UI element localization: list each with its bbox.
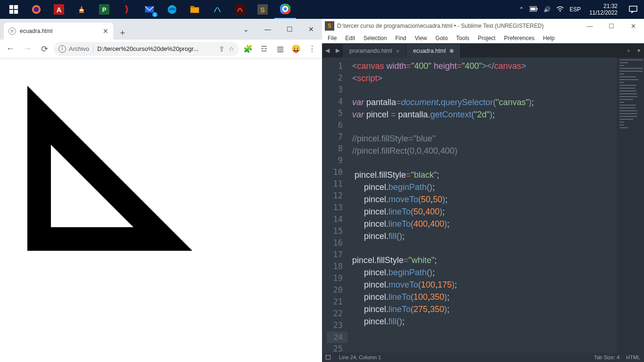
- svg-rect-1: [14, 5, 18, 9]
- menu-project[interactable]: Project: [474, 34, 499, 42]
- taskbar-app-mail[interactable]: 1: [139, 0, 160, 19]
- nav-back-button[interactable]: ←: [3, 41, 18, 57]
- chrome-window: ecuadra.html ✕ + ⌄ — ☐ ✕ ← → ⟳ i: [0, 19, 322, 362]
- sublime-maximize-button[interactable]: ☐: [601, 19, 622, 33]
- taskbar-app-firefox[interactable]: [25, 0, 47, 19]
- chrome-close-button[interactable]: ✕: [300, 19, 322, 40]
- sublime-menubar: FileEditSelectionFindViewGotoToolsProjec…: [322, 33, 644, 43]
- status-tabsize[interactable]: Tab Size: 4: [594, 354, 619, 360]
- chrome-hidden-tabs-icon[interactable]: ⌄: [235, 19, 257, 40]
- start-button[interactable]: [3, 0, 25, 19]
- tray-volume-icon[interactable]: 🔊: [544, 6, 551, 13]
- taskbar-app-generic1[interactable]: [116, 0, 138, 19]
- menu-edit[interactable]: Edit: [341, 34, 359, 42]
- svg-point-28: [559, 10, 561, 11]
- tab-dropdown-icon[interactable]: ▾: [634, 43, 644, 58]
- site-info-icon[interactable]: i: [58, 45, 66, 53]
- svg-rect-26: [537, 8, 537, 10]
- sublime-title: D:\tercer curso de programacion\ecuadra.…: [337, 23, 579, 29]
- chrome-minimize-button[interactable]: —: [257, 19, 279, 40]
- svg-rect-2: [9, 10, 13, 14]
- globe-icon: [8, 27, 16, 35]
- menu-goto[interactable]: Goto: [432, 34, 452, 42]
- taskbar-clock[interactable]: 21:32 11/12/2022: [585, 3, 622, 16]
- new-tab-button[interactable]: +: [116, 26, 129, 40]
- chrome-tab[interactable]: ecuadra.html ✕: [4, 23, 113, 40]
- menu-help[interactable]: Help: [539, 34, 559, 42]
- new-tab-icon[interactable]: ＋: [623, 43, 634, 58]
- svg-text:S: S: [260, 6, 265, 14]
- status-panel-icon[interactable]: [326, 355, 330, 360]
- unsaved-dot-icon: [450, 49, 454, 53]
- menu-selection[interactable]: Selection: [360, 34, 390, 42]
- reading-list-icon[interactable]: ☲: [257, 42, 271, 56]
- sublime-app-icon: S: [325, 21, 334, 31]
- nav-forward-button[interactable]: →: [20, 41, 35, 57]
- tray-battery-icon[interactable]: [529, 6, 538, 13]
- tray-chevron-icon[interactable]: ⌃: [519, 6, 524, 13]
- svg-rect-3: [14, 10, 18, 14]
- editor-tab-inactive[interactable]: proramando.html ×: [343, 44, 406, 58]
- sublime-statusbar: Line 24, Column 1 Tab Size: 4 HTML: [322, 353, 644, 362]
- editor-tab-label: ecuadra.html: [413, 48, 446, 54]
- svg-rect-16: [235, 4, 245, 15]
- svg-rect-15: [190, 6, 194, 8]
- sublime-window: S D:\tercer curso de programacion\ecuadr…: [322, 19, 644, 362]
- svg-rect-27: [530, 8, 536, 10]
- sublime-close-button[interactable]: ✕: [622, 19, 644, 33]
- taskbar-app-explorer[interactable]: [184, 0, 206, 19]
- tab-history-back-icon[interactable]: ◀: [322, 43, 332, 58]
- windows-taskbar: A P 1 S ⌃ 🔊 ESP 21:32 11/12/2022: [0, 0, 644, 19]
- editor-gutter: 1 2 3 4 5 6 7 8 9 10 11 12 13 14 15 16 1…: [322, 58, 347, 353]
- menu-preferences[interactable]: Preferences: [500, 34, 538, 42]
- taskbar-app-autocad[interactable]: A: [48, 0, 70, 19]
- extensions-icon[interactable]: 🧩: [241, 42, 255, 56]
- extension-emoji-icon[interactable]: 😛: [289, 42, 303, 56]
- svg-text:P: P: [102, 6, 107, 13]
- menu-tools[interactable]: Tools: [453, 34, 473, 42]
- tab-history-forward-icon[interactable]: ▶: [332, 43, 343, 58]
- editor-code-area[interactable]: <canvas width="400" height="400"></canva…: [347, 58, 617, 353]
- page-canvas: [4, 62, 192, 251]
- svg-point-5: [34, 7, 39, 12]
- taskbar-app-edge[interactable]: [161, 0, 183, 19]
- taskbar-app-chrome[interactable]: [274, 0, 296, 19]
- svg-rect-9: [79, 9, 83, 11]
- menu-find[interactable]: Find: [391, 34, 410, 42]
- chrome-maximize-button[interactable]: ☐: [279, 19, 300, 40]
- taskbar-app-project[interactable]: P: [93, 0, 115, 19]
- svg-rect-29: [629, 6, 637, 11]
- tab-close-icon[interactable]: ×: [396, 48, 400, 55]
- editor-minimap[interactable]: [617, 58, 644, 353]
- svg-marker-8: [79, 6, 84, 13]
- tray-language[interactable]: ESP: [570, 6, 581, 13]
- chrome-menu-icon[interactable]: ⋮: [305, 42, 319, 56]
- omnibox-url: D:/tercer%20curso%20de%20progr...: [97, 45, 215, 52]
- tab-close-icon[interactable]: ✕: [103, 27, 108, 35]
- taskbar-app-acrobat[interactable]: [229, 0, 251, 19]
- omnibox[interactable]: i Archivo D:/tercer%20curso%20de%20progr…: [54, 42, 239, 56]
- chrome-tab-title: ecuadra.html: [20, 28, 99, 34]
- notification-center-icon[interactable]: [622, 0, 644, 19]
- bookmark-star-icon[interactable]: ☆: [229, 45, 234, 52]
- sublime-minimize-button[interactable]: —: [579, 19, 601, 33]
- chrome-viewport: [0, 58, 322, 362]
- tray-wifi-icon[interactable]: [556, 6, 564, 14]
- taskbar-app-generic2[interactable]: [206, 0, 228, 19]
- nav-reload-button[interactable]: ⟳: [37, 41, 52, 57]
- menu-file[interactable]: File: [324, 34, 340, 42]
- editor-tab-active[interactable]: ecuadra.html: [406, 44, 460, 58]
- status-cursor-pos: Line 24, Column 1: [339, 354, 381, 360]
- side-panel-icon[interactable]: ▥: [273, 42, 287, 56]
- svg-text:A: A: [57, 6, 62, 14]
- taskbar-app-sublime[interactable]: S: [252, 0, 273, 19]
- editor-tab-label: proramando.html: [349, 48, 392, 54]
- omnibox-proto-label: Archivo: [69, 45, 89, 52]
- svg-rect-0: [9, 5, 13, 9]
- menu-view[interactable]: View: [411, 34, 431, 42]
- taskbar-app-vlc[interactable]: [71, 0, 92, 19]
- share-icon[interactable]: ⇪: [219, 45, 225, 53]
- status-syntax[interactable]: HTML: [626, 354, 640, 360]
